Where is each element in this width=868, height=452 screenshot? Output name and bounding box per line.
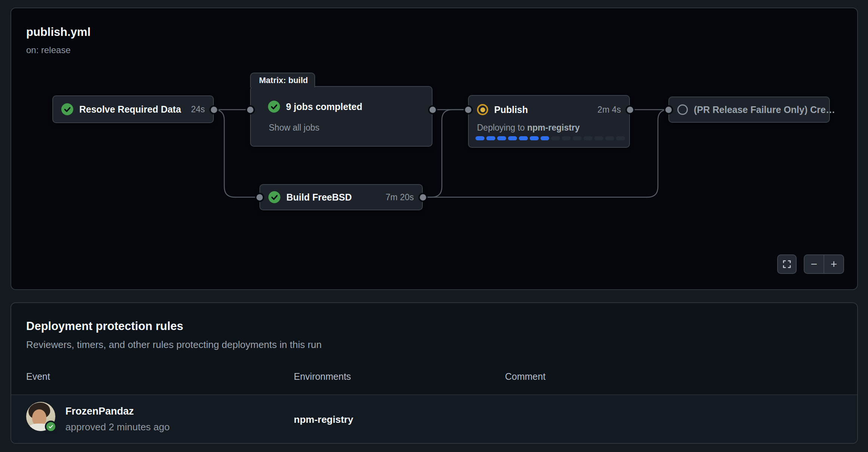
job-duration: 2m 4s [597, 105, 621, 115]
deployment-protection-rules-panel: Deployment protection rules Reviewers, t… [10, 302, 858, 444]
deploy-target: npm-registry [527, 123, 580, 132]
connector-dot [627, 107, 633, 113]
user-name-link[interactable]: FrozenPandaz [65, 406, 134, 417]
progress-segment [508, 136, 517, 140]
progress-segment [475, 136, 484, 140]
zoom-in-button[interactable]: + [824, 255, 843, 273]
connector-dot [465, 107, 471, 113]
approved-badge-icon [45, 421, 57, 433]
matrix-group-tab: Matrix: build [250, 73, 315, 88]
column-header-comment: Comment [505, 371, 545, 382]
progress-segment [594, 136, 603, 140]
progress-segment [562, 136, 571, 140]
job-label: 9 jobs completed [286, 101, 424, 112]
progress-segment [541, 136, 550, 140]
check-circle-icon [61, 103, 73, 115]
job-label: Build FreeBSD [286, 192, 380, 203]
job-label: (PR Release Failure Only) Cre… [694, 104, 835, 115]
job-node-matrix-build[interactable]: 9 jobs completed Show all jobs [250, 86, 433, 147]
user-avatar[interactable] [26, 402, 55, 431]
progress-segment [551, 136, 560, 140]
zoom-control-group: − + [804, 254, 844, 274]
fullscreen-icon [782, 260, 791, 269]
fullscreen-button[interactable] [777, 254, 797, 274]
progress-segment [616, 136, 625, 140]
job-node-build-freebsd[interactable]: Build FreeBSD 7m 20s [259, 184, 423, 210]
connector-dot [247, 107, 253, 113]
zoom-out-button[interactable]: − [804, 255, 824, 273]
job-node-pr-release-failure[interactable]: (PR Release Failure Only) Cre… [668, 97, 830, 123]
job-duration: 7m 20s [386, 192, 414, 202]
connector-dot [256, 194, 263, 201]
plus-icon: + [831, 259, 837, 270]
pending-circle-icon [677, 104, 688, 115]
column-header-event: Event [26, 371, 50, 382]
column-header-environments: Environments [294, 371, 351, 382]
check-circle-icon [268, 101, 280, 113]
progress-segment [573, 136, 582, 140]
workflow-graph-panel: publish.yml on: release Resolve Required… [10, 7, 858, 290]
matrix-tab-label: Matrix: build [259, 76, 308, 85]
workflow-edges [11, 8, 859, 291]
progress-segment [605, 136, 614, 140]
approval-status-text: approved 2 minutes ago [65, 421, 170, 433]
connector-dot [211, 107, 217, 113]
deploy-progress [475, 136, 625, 140]
show-all-jobs-link[interactable]: Show all jobs [269, 123, 320, 133]
job-duration: 24s [191, 104, 205, 114]
progress-segment [486, 136, 495, 140]
table-row: FrozenPandaz approved 2 minutes ago npm-… [11, 395, 857, 443]
progress-segment [584, 136, 592, 140]
progress-segment [497, 136, 506, 140]
connector-dot [420, 194, 426, 201]
check-circle-icon [268, 191, 280, 203]
deploy-prefix: Deploying to [477, 123, 527, 132]
deploy-status-text: Deploying to npm-registry [477, 123, 580, 133]
job-label: Publish [494, 104, 591, 115]
job-node-resolve-required-data[interactable]: Resolve Required Data 24s [52, 95, 214, 123]
in-progress-icon [477, 104, 488, 115]
environment-name: npm-registry [294, 414, 353, 425]
job-node-publish[interactable]: Publish 2m 4s Deploying to npm-registry [468, 95, 630, 148]
connector-dot [430, 107, 436, 113]
rules-panel-title: Deployment protection rules [26, 320, 183, 333]
job-label: Resolve Required Data [79, 104, 185, 115]
connector-dot [665, 107, 672, 113]
rules-panel-subtitle: Reviewers, timers, and other rules prote… [26, 339, 321, 351]
minus-icon: − [811, 259, 818, 270]
progress-segment [530, 136, 539, 140]
progress-segment [519, 136, 528, 140]
